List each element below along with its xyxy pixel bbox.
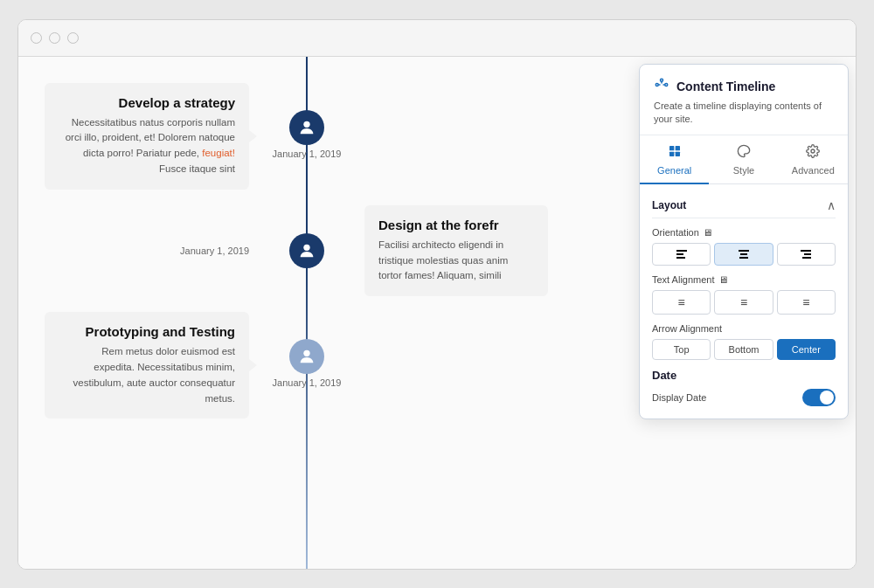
timeline-row-3: Prototyping and Testing Rem metus dolor … — [45, 312, 569, 427]
svg-point-0 — [303, 121, 309, 127]
svg-rect-16 — [676, 257, 685, 259]
card-text-1: Necessitatibus natus corporis nullam orc… — [59, 115, 235, 177]
svg-rect-11 — [669, 152, 674, 156]
svg-rect-10 — [675, 146, 679, 150]
orientation-row: Orientation 🖥 — [652, 227, 836, 266]
orientation-center-btn[interactable] — [714, 243, 773, 266]
timeline-area: Develop a strategy Necessitatibus natus … — [18, 57, 595, 569]
timeline-card-3: Prototyping and Testing Rem metus dolor … — [45, 312, 249, 419]
panel-header: Content Timeline Create a timeline displ… — [640, 65, 848, 136]
arrow-alignment-label: Arrow Alignment — [652, 323, 836, 334]
browser-content: Develop a strategy Necessitatibus natus … — [18, 57, 856, 569]
svg-rect-12 — [675, 152, 679, 156]
svg-rect-18 — [740, 253, 747, 255]
svg-point-1 — [303, 245, 309, 251]
tab-general-label: General — [657, 165, 691, 176]
timeline-row-2: January 1, 2019 Design at the forefr — [45, 205, 569, 312]
text-align-right-btn[interactable]: ≡ — [777, 290, 836, 315]
display-date-row: Display Date — [652, 389, 836, 406]
text-align-btn-group: ≡ ≡ ≡ — [652, 290, 836, 315]
timeline-center-1: January 1, 2019 — [275, 110, 338, 163]
arrow-center-btn[interactable]: Center — [777, 339, 836, 360]
arrow-top-btn[interactable]: Top — [652, 339, 711, 360]
tab-style[interactable]: Style — [709, 135, 778, 184]
arrow-align-btn-group: Top Bottom Center — [652, 339, 836, 360]
card-title-2: Design at the forefr — [378, 218, 534, 232]
card-text-3: Rem metus dolor euismod est expedita. Ne… — [59, 344, 235, 406]
person-icon-3 — [297, 347, 316, 366]
person-icon-1 — [297, 118, 316, 137]
align-center-icon — [738, 248, 750, 260]
toggle-knob — [820, 391, 834, 405]
panel-header-top: Content Timeline — [654, 77, 834, 96]
tab-general[interactable]: General — [640, 135, 709, 184]
svg-point-2 — [303, 350, 309, 356]
display-date-label: Display Date — [652, 392, 706, 403]
svg-rect-9 — [669, 146, 674, 150]
browser-dot-maximize — [67, 32, 79, 44]
display-date-toggle[interactable] — [802, 389, 836, 406]
orientation-label: Orientation 🖥 — [652, 227, 836, 238]
date-section: Date Display Date — [652, 369, 836, 406]
orientation-left-btn[interactable] — [652, 243, 711, 266]
svg-point-5 — [665, 83, 668, 86]
content-timeline-icon — [654, 77, 669, 96]
date-1: January 1, 2019 — [273, 149, 342, 159]
tab-advanced-label: Advanced — [792, 165, 835, 176]
layout-title: Layout — [652, 199, 686, 211]
svg-point-13 — [811, 149, 815, 153]
arrow-alignment-row: Arrow Alignment Top Bottom Center — [652, 323, 836, 360]
style-tab-icon — [737, 144, 751, 162]
timeline-row-1: Develop a strategy Necessitatibus natus … — [45, 74, 569, 205]
panel-tabs: General Style — [640, 135, 848, 184]
card-title-3: Prototyping and Testing — [59, 324, 235, 339]
svg-rect-20 — [801, 250, 811, 252]
browser-window: Develop a strategy Necessitatibus natus … — [17, 19, 857, 570]
avatar-1 — [289, 110, 324, 145]
timeline-center-2 — [275, 233, 338, 268]
svg-rect-19 — [739, 257, 748, 259]
browser-bar — [18, 20, 856, 57]
text-alignment-text: Text Alignment — [652, 274, 715, 285]
card-title-1: Develop a strategy — [59, 95, 235, 110]
settings-panel: Content Timeline Create a timeline displ… — [639, 64, 849, 420]
svg-rect-14 — [676, 250, 687, 252]
panel-body: Layout ∧ Orientation 🖥 — [640, 184, 848, 419]
timeline-center-3: January 1, 2019 — [275, 339, 338, 391]
monitor-icon-2: 🖥 — [718, 274, 728, 285]
orientation-btn-group — [652, 243, 836, 266]
svg-rect-21 — [804, 253, 811, 255]
avatar-2 — [289, 233, 324, 268]
date-3: January 1, 2019 — [273, 377, 342, 388]
align-left-icon — [676, 248, 688, 260]
panel-title: Content Timeline — [676, 80, 775, 93]
text-align-left-btn[interactable]: ≡ — [652, 290, 711, 315]
svg-point-4 — [661, 79, 663, 81]
svg-point-3 — [656, 83, 658, 86]
advanced-tab-icon — [806, 144, 820, 162]
avatar-3 — [289, 339, 324, 374]
text-alignment-label: Text Alignment 🖥 — [652, 274, 836, 285]
svg-rect-17 — [739, 250, 749, 252]
panel-subtitle: Create a timeline displaying contents of… — [654, 100, 834, 127]
arrow-bottom-btn[interactable]: Bottom — [714, 339, 773, 360]
date-section-title: Date — [652, 369, 836, 382]
tab-style-label: Style — [733, 165, 754, 176]
timeline-left-1: Develop a strategy Necessitatibus natus … — [45, 83, 275, 190]
monitor-icon: 🖥 — [703, 227, 712, 238]
layout-collapse-icon: ∧ — [827, 198, 836, 212]
svg-rect-22 — [802, 257, 811, 259]
person-icon-2 — [297, 241, 316, 260]
card-arrow-1 — [249, 130, 257, 142]
text-align-center-btn[interactable]: ≡ — [714, 290, 773, 315]
timeline-right-2: Design at the forefr Facilisi architecto… — [338, 205, 569, 296]
orientation-right-btn[interactable] — [777, 243, 836, 266]
align-right-icon — [800, 248, 812, 260]
layout-section-header[interactable]: Layout ∧ — [652, 193, 836, 218]
timeline-left-2: January 1, 2019 — [45, 242, 275, 259]
timeline-left-3: Prototyping and Testing Rem metus dolor … — [45, 312, 275, 419]
general-tab-icon — [668, 144, 682, 162]
card-arrow-3 — [249, 359, 257, 371]
tab-advanced[interactable]: Advanced — [779, 135, 848, 184]
card-text-2: Facilisi architecto eligendi in tristiqu… — [378, 238, 534, 284]
